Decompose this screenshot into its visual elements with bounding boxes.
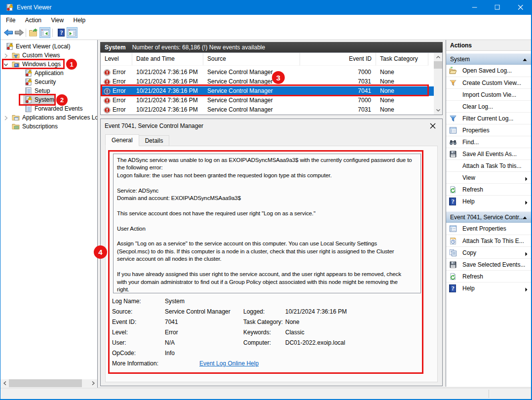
action-find[interactable]: Find... <box>446 136 532 148</box>
submenu-arrow-icon <box>525 176 528 183</box>
menu-view[interactable]: View <box>47 15 68 26</box>
scrollbar-thumb[interactable] <box>9 379 82 387</box>
action-attach-task-to-log[interactable]: Attach a Task To this... <box>446 160 532 171</box>
actions-pane: Actions System Open Saved Log... <box>446 40 532 387</box>
event-description: The ADSync service was unable to log on … <box>117 157 417 293</box>
help-icon: ? <box>449 284 457 292</box>
preview-close-icon[interactable] <box>430 123 436 129</box>
export-log-button[interactable] <box>28 27 39 38</box>
tree-item-subscriptions[interactable]: Subscriptions <box>0 122 97 131</box>
window-border <box>0 15 0 400</box>
minimize-button[interactable] <box>463 0 486 15</box>
refresh-icon <box>449 186 457 194</box>
actions-section-system[interactable]: System <box>446 53 532 65</box>
event-id-value: 7041 <box>165 317 178 327</box>
no-icon <box>449 103 457 111</box>
tree-item-application[interactable]: Application <box>0 69 97 78</box>
menu-help[interactable]: Help <box>70 15 90 26</box>
action-event-properties[interactable]: Event Properties <box>446 223 532 235</box>
close-button[interactable] <box>509 0 532 15</box>
menu-file[interactable]: File <box>2 15 19 26</box>
general-tab-page: The ADSync service was unable to log on … <box>105 146 438 382</box>
annotation-circle-2: 2 <box>56 94 68 106</box>
task-category-cell: None <box>376 86 428 96</box>
event-log-icon <box>24 69 32 77</box>
tree-item-windows-logs[interactable]: Windows Logs <box>0 60 97 69</box>
event-description-box[interactable]: The ADSync service was unable to log on … <box>113 154 421 293</box>
back-button[interactable] <box>3 27 14 38</box>
event-id-cell: 7000 <box>300 68 376 77</box>
action-view[interactable]: View <box>446 171 532 183</box>
action-filter-current-log[interactable]: Filter Current Log... <box>446 112 532 124</box>
show-console-tree-button[interactable] <box>39 27 50 38</box>
chevron-right-icon[interactable] <box>3 115 8 120</box>
scroll-up-button[interactable] <box>434 53 442 61</box>
subscriptions-folder-icon <box>12 122 20 130</box>
tab-general[interactable]: General <box>105 134 139 146</box>
actions-section-event[interactable]: Event 7041, Service Contr... <box>446 211 532 223</box>
show-action-pane-button[interactable] <box>67 27 77 38</box>
action-properties[interactable]: Properties <box>446 124 532 136</box>
tree-selection: System <box>23 95 56 104</box>
column-header-level[interactable]: Level <box>101 53 132 66</box>
tree-item-security[interactable]: Security <box>0 78 97 86</box>
action-refresh[interactable]: Refresh <box>446 183 532 195</box>
tree-item-event-viewer-local[interactable]: Event Viewer (Local) <box>0 42 97 51</box>
action-refresh-event[interactable]: Refresh <box>446 270 532 282</box>
column-header-source[interactable]: Source <box>203 53 300 66</box>
action-create-custom-view[interactable]: Create Custom View... <box>446 77 532 88</box>
event-row-selected[interactable]: Error 10/21/2024 7:36:16 PM Service Cont… <box>101 86 434 96</box>
level-text: Error <box>113 68 126 77</box>
window-title: Event Viewer <box>17 0 51 15</box>
action-pane-icon <box>68 29 76 37</box>
open-folder-icon <box>449 67 457 75</box>
action-help[interactable]: ? Help <box>446 195 532 207</box>
action-label: Find... <box>462 139 479 146</box>
tab-details[interactable]: Details <box>139 135 170 146</box>
help-icon: ? <box>449 198 457 205</box>
submenu-arrow-icon <box>525 200 528 206</box>
action-copy[interactable]: Copy <box>446 246 532 258</box>
event-id-cell: 7031 <box>300 77 376 86</box>
action-help-event[interactable]: ? Help <box>446 282 532 294</box>
forward-arrow-icon <box>15 29 24 36</box>
action-save-selected-events[interactable]: Save Selected Events... <box>446 258 532 270</box>
help-button[interactable]: ? <box>56 27 67 38</box>
title-bar: Event Viewer <box>0 0 532 15</box>
tree-horizontal-scrollbar[interactable] <box>0 379 97 387</box>
event-row[interactable]: Error 10/21/2024 7:36:16 PM Service Cont… <box>101 77 434 86</box>
action-save-all-events-as[interactable]: Save All Events As... <box>446 148 532 160</box>
opcode-label: OpCode: <box>112 348 136 359</box>
scroll-right-button[interactable] <box>89 379 97 387</box>
windows-logs-folder-icon <box>12 60 20 68</box>
column-header-date-and-time[interactable]: Date and Time <box>132 53 203 66</box>
tree-item-applications-services-logs[interactable]: Applications and Services Lo <box>0 113 97 122</box>
menu-action[interactable]: Action <box>21 15 45 26</box>
action-attach-task-to-event[interactable]: Attach Task To This E... <box>446 235 532 246</box>
event-list-scrollbar[interactable] <box>434 53 442 115</box>
action-open-saved-log[interactable]: Open Saved Log... <box>446 65 532 77</box>
maximize-button[interactable] <box>486 0 509 15</box>
column-header-event-id[interactable]: Event ID <box>300 53 376 66</box>
chevron-down-icon[interactable] <box>3 62 8 67</box>
forward-button[interactable] <box>14 27 25 38</box>
action-import-custom-view[interactable]: Import Custom Vie... <box>446 88 532 100</box>
action-clear-log[interactable]: Clear Log... <box>446 100 532 112</box>
scroll-down-button[interactable] <box>434 106 442 115</box>
tree-item-label: Windows Logs <box>22 61 61 68</box>
event-log-online-help-link[interactable]: Event Log Online Help <box>199 359 259 369</box>
event-row[interactable]: Error 10/21/2024 7:36:16 PM Service Cont… <box>101 96 434 105</box>
event-row[interactable]: Error 10/21/2024 7:36:16 PM Service Cont… <box>101 105 434 115</box>
action-label: Copy <box>462 249 476 256</box>
tree-item-forwarded-events[interactable]: Forwarded Events <box>0 104 97 113</box>
event-row[interactable]: Error 10/21/2024 7:36:16 PM Service Cont… <box>101 68 434 77</box>
scrollbar-thumb[interactable] <box>434 61 442 69</box>
chevron-right-icon[interactable] <box>3 53 8 58</box>
scroll-left-button[interactable] <box>0 379 9 387</box>
column-header-task-category[interactable]: Task Category <box>376 53 428 66</box>
log-name-label: Log Name: <box>112 296 141 307</box>
tree-item-setup[interactable]: Setup <box>0 86 97 95</box>
tree-item-system[interactable]: System <box>0 95 97 104</box>
event-id-cell: 7041 <box>300 86 376 96</box>
tree-item-custom-views[interactable]: Custom Views <box>0 51 97 60</box>
